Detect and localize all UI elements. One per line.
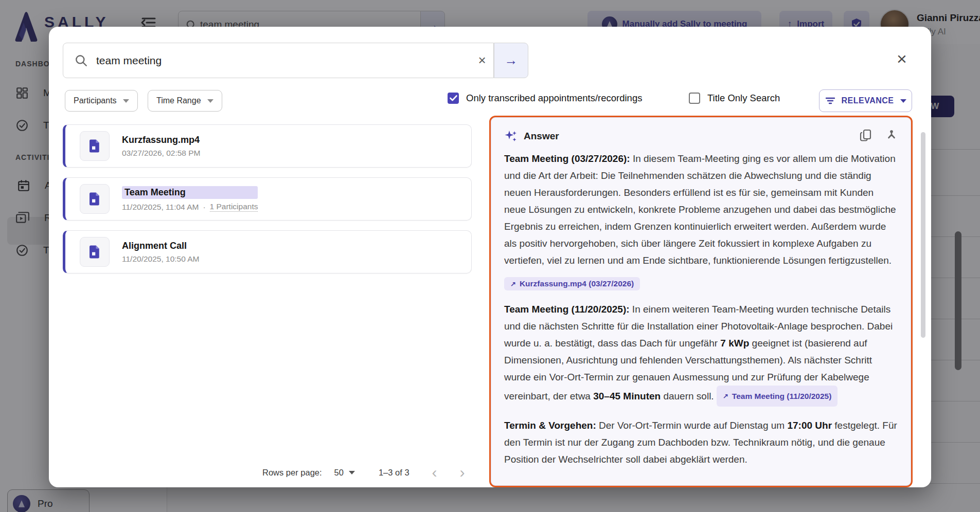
result-subtitle: 11/20/2025, 10:50 AM [122, 254, 200, 264]
file-icon [80, 184, 110, 214]
sparkle-icon [504, 130, 518, 143]
copy-icon[interactable] [860, 129, 872, 144]
modal-search-bar: × [63, 43, 494, 78]
search-modal: × × → Participants Time Range Only trans… [49, 27, 931, 487]
citation-label: Team Meeting (11/20/2025) [732, 388, 832, 405]
clear-search-icon[interactable]: × [471, 52, 493, 68]
pagination: Rows per page: 50 1–3 of 3 ‹ › [262, 461, 465, 484]
sort-label: RELEVANCE [842, 96, 894, 105]
file-icon [80, 237, 110, 267]
answer-paragraph: Termin & Vorgehen: Der Vor-Ort-Termin wu… [504, 417, 898, 468]
result-title: Kurzfassung.mp4 [122, 135, 201, 145]
participants-filter-label: Participants [74, 96, 117, 105]
transcribed-only-label: Only transcribed appointments/recordings [466, 93, 642, 104]
answer-panel: Answer Team Meeting (03/27/2026): In die… [489, 116, 913, 487]
option-checkbox[interactable] [448, 93, 459, 104]
sort-relevance-button[interactable]: RELEVANCE [819, 89, 912, 112]
result-participants[interactable]: 1 Participants [210, 202, 258, 212]
citation-chip[interactable]: ↗Kurzfassung.mp4 (03/27/2026) [504, 277, 640, 290]
result-card[interactable]: Kurzfassung.mp4 03/27/2026, 02:58 PM [63, 124, 472, 168]
option-checkbox[interactable] [689, 93, 700, 104]
result-datetime: 03/27/2026, 02:58 PM [122, 149, 201, 158]
result-meta: Team Meeting 11/20/2025, 11:04 AM · 1 Pa… [122, 186, 258, 212]
time-range-filter-label: Time Range [156, 96, 201, 105]
citation-label: Kurzfassung.mp4 (03/27/2026) [520, 279, 634, 288]
citation-arrow-icon: ↗ [723, 388, 728, 405]
file-icon [80, 131, 110, 161]
result-card[interactable]: Alignment Call 11/20/2025, 10:50 AM [63, 230, 472, 273]
arrow-right-icon: → [505, 52, 518, 68]
result-separator: · [203, 203, 205, 212]
transcribed-only-option: Only transcribed appointments/recordings [448, 93, 642, 104]
rows-per-page-label: Rows per page: [262, 468, 322, 478]
share-branch-icon[interactable] [885, 129, 898, 143]
result-meta: Alignment Call 11/20/2025, 10:50 AM [122, 241, 200, 264]
result-title: Team Meeting [122, 186, 258, 199]
pagination-range: 1–3 of 3 [379, 468, 409, 478]
result-meta: Kurzfassung.mp4 03/27/2026, 02:58 PM [122, 135, 201, 158]
search-submit-button[interactable]: → [494, 43, 528, 78]
result-datetime: 11/20/2025, 10:50 AM [122, 254, 200, 264]
answer-paragraph: Team Meeting (03/27/2026): In diesem Tea… [504, 150, 898, 269]
chevron-down-icon [123, 99, 129, 103]
time-range-filter[interactable]: Time Range [148, 90, 222, 112]
next-page-button[interactable]: › [460, 465, 465, 480]
chevron-down-icon [207, 99, 213, 103]
answer-header: Answer [504, 129, 898, 144]
chevron-down-icon [900, 99, 906, 103]
search-input[interactable] [95, 54, 471, 67]
result-datetime: 11/20/2025, 11:04 AM [122, 203, 199, 212]
previous-page-button[interactable]: ‹ [432, 465, 437, 480]
title-only-option: Title Only Search [689, 93, 780, 104]
result-subtitle: 11/20/2025, 11:04 AM · 1 Participants [122, 202, 258, 212]
rows-per-page-select[interactable]: 50 [334, 468, 355, 478]
rows-per-page-value: 50 [334, 468, 344, 478]
filter-icon [825, 97, 835, 105]
answer-title: Answer [524, 131, 559, 142]
citation-arrow-icon: ↗ [510, 280, 516, 288]
result-title: Alignment Call [122, 241, 200, 251]
result-subtitle: 03/27/2026, 02:58 PM [122, 149, 201, 158]
citation-row: ↗Kurzfassung.mp4 (03/27/2026) [504, 277, 898, 290]
results-list: Kurzfassung.mp4 03/27/2026, 02:58 PM Tea… [63, 124, 472, 283]
participants-filter[interactable]: Participants [65, 90, 138, 112]
answer-paragraph: Team Meeting (11/20/2025): In einem weit… [504, 301, 898, 407]
title-only-label: Title Only Search [707, 93, 780, 104]
citation-chip[interactable]: ↗Team Meeting (11/20/2025) [717, 386, 838, 407]
result-card[interactable]: Team Meeting 11/20/2025, 11:04 AM · 1 Pa… [63, 177, 472, 221]
answer-paragraphs: Team Meeting (03/27/2026): In diesem Tea… [504, 150, 898, 468]
search-icon [75, 54, 88, 67]
chevron-down-icon [349, 471, 355, 474]
modal-scrollbar-thumb[interactable] [921, 132, 925, 338]
close-icon[interactable]: × [892, 48, 912, 69]
